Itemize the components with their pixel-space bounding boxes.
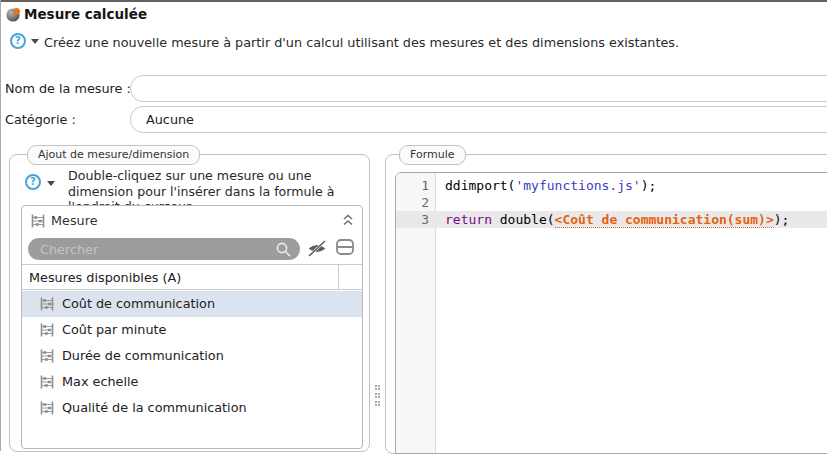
search-icon[interactable] (275, 241, 292, 258)
measure-name-label: Nom de la mesure : (5, 81, 131, 96)
code-line: 1 ddimport('myfunctions.js'); (396, 177, 827, 194)
available-measures-header: Mesures disponibles (A) (22, 264, 362, 290)
help-icon[interactable]: ? (10, 33, 26, 49)
measure-icon (39, 348, 55, 364)
formula-legend: Formule (399, 145, 466, 165)
line-number: 3 (396, 211, 429, 228)
collapse-panel-icon[interactable] (343, 214, 353, 226)
window-left-border (0, 0, 1, 451)
chevron-down-icon[interactable] (47, 181, 55, 186)
add-measure-dimension-panel: Ajout de mesure/dimension ? Double-cliqu… (9, 154, 370, 452)
measure-icon (39, 322, 55, 338)
collapse-all-icon[interactable] (336, 239, 354, 255)
search-input[interactable] (40, 239, 260, 259)
measure-section-header: Mesure (22, 206, 362, 236)
panel-legend: Ajout de mesure/dimension (27, 145, 200, 165)
list-item-label: Durée de communication (62, 348, 224, 363)
formula-panel: Formule 1 ddimport('myfunctions.js'); 2 … (385, 154, 827, 454)
list-item[interactable]: Coût de communication (22, 291, 362, 317)
list-item-label: Coût par minute (62, 322, 166, 337)
list-item-label: Max echelle (62, 374, 138, 389)
measure-app-icon (6, 7, 21, 22)
chevron-down-icon[interactable] (31, 39, 39, 44)
line-number: 2 (396, 194, 429, 211)
list-item-label: Coût de communication (62, 296, 215, 311)
page-title: Mesure calculée (24, 6, 147, 22)
header-divider (338, 265, 339, 289)
help-icon[interactable]: ? (25, 174, 41, 190)
window-top-border (0, 0, 827, 2)
list-item-label: Qualité de la communication (62, 400, 247, 415)
list-item[interactable]: Coût par minute (22, 317, 362, 343)
search-box (28, 238, 300, 260)
eye-slash-icon[interactable] (306, 240, 328, 257)
panel-splitter[interactable] (371, 154, 384, 452)
splitter-grip-icon (375, 385, 377, 387)
measure-name-input[interactable] (130, 75, 827, 102)
measure-icon (39, 296, 55, 312)
calculated-measure-dialog: Mesure calculée ? Créez une nouvelle mes… (0, 0, 827, 458)
measure-list: Coût de communication Coût par minute Du… (22, 291, 362, 421)
code-line-active: 3 return double(<Coût de communication(s… (396, 211, 827, 228)
measure-token: <Coût de communication(sum)> (555, 212, 774, 228)
measure-icon (39, 374, 55, 390)
list-item[interactable]: Qualité de la communication (22, 395, 362, 421)
header-help-text: Créez une nouvelle mesure à partir d'un … (44, 35, 679, 50)
list-item[interactable]: Max echelle (22, 369, 362, 395)
measure-icon (30, 213, 46, 229)
line-number: 1 (396, 177, 429, 194)
formula-code-editor[interactable]: 1 ddimport('myfunctions.js'); 2 3 return… (395, 172, 827, 454)
list-item[interactable]: Durée de communication (22, 343, 362, 369)
code-line: 2 (396, 194, 827, 211)
available-measures-label: Mesures disponibles (A) (29, 270, 181, 285)
measure-tree-panel: Mesure Mesu (21, 205, 363, 449)
category-input[interactable] (130, 106, 827, 133)
measure-section-title: Mesure (51, 213, 98, 228)
measure-icon (39, 400, 55, 416)
category-label: Catégorie : (5, 112, 76, 127)
